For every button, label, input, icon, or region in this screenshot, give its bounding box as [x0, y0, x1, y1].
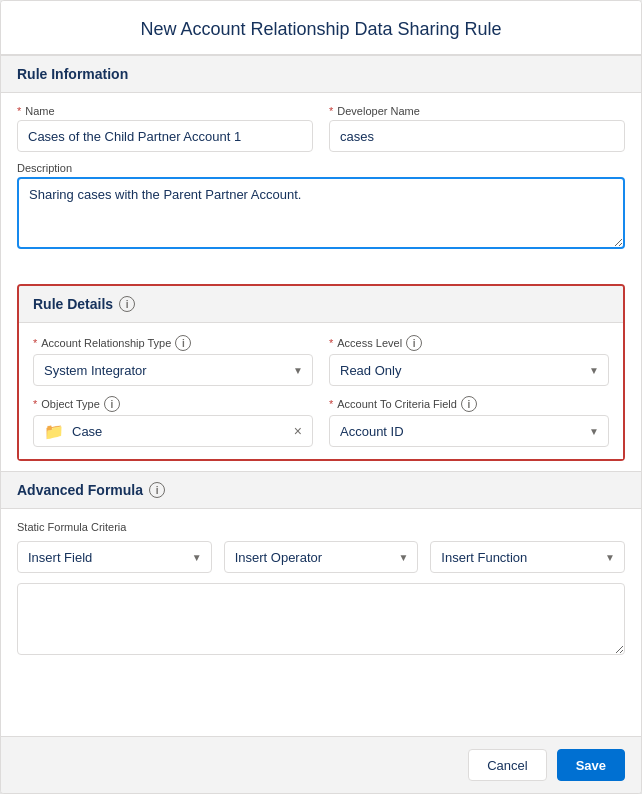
access-level-required: * — [329, 337, 333, 349]
rule-information-label: Rule Information — [17, 66, 128, 82]
object-folder-icon: 📁 — [44, 422, 64, 441]
account-criteria-label-text: Account To Criteria Field — [337, 398, 457, 410]
account-criteria-required: * — [329, 398, 333, 410]
access-level-col: * Access Level i Read Only Read/Write ▼ — [329, 335, 609, 386]
modal-dialog: New Account Relationship Data Sharing Ru… — [0, 0, 642, 794]
advanced-formula-section: Advanced Formula i Static Formula Criter… — [1, 471, 641, 670]
name-field-col: * Name — [17, 105, 313, 162]
account-relationship-col: * Account Relationship Type i System Int… — [33, 335, 313, 386]
name-required-star: * — [17, 105, 21, 117]
modal-footer: Cancel Save — [1, 736, 641, 793]
access-level-label: * Access Level i — [329, 335, 609, 351]
insert-field-select[interactable]: Insert Field — [17, 541, 212, 573]
advanced-formula-body: Static Formula Criteria Insert Field ▼ I… — [1, 509, 641, 670]
description-label: Description — [17, 162, 625, 174]
object-type-info-icon: i — [104, 396, 120, 412]
save-button[interactable]: Save — [557, 749, 625, 781]
account-relationship-required: * — [33, 337, 37, 349]
rule-details-header: Rule Details i — [19, 286, 623, 323]
account-criteria-select-wrapper: Account ID Parent Account ID ▼ — [329, 415, 609, 447]
developer-name-field-group — [329, 120, 625, 152]
formula-textarea[interactable] — [17, 583, 625, 655]
account-relationship-select[interactable]: System Integrator Channel Partner Consul… — [33, 354, 313, 386]
rule-details-label: Rule Details — [33, 296, 113, 312]
object-criteria-row: * Object Type i 📁 Case × * — [33, 396, 609, 447]
formula-dropdowns-row: Insert Field ▼ Insert Operator ▼ Insert … — [17, 541, 625, 573]
modal-title: New Account Relationship Data Sharing Ru… — [1, 1, 641, 55]
account-criteria-info-icon: i — [461, 396, 477, 412]
access-level-select-wrapper: Read Only Read/Write ▼ — [329, 354, 609, 386]
static-formula-label: Static Formula Criteria — [17, 521, 625, 533]
account-relationship-label-text: Account Relationship Type — [41, 337, 171, 349]
rule-details-wrapper: Rule Details i * Account Relationship Ty… — [17, 284, 625, 461]
rule-details-body: * Account Relationship Type i System Int… — [19, 323, 623, 459]
modal-body: Rule Information * Name — [1, 55, 641, 736]
developer-name-field-col: * Developer Name — [329, 105, 625, 162]
insert-operator-select-wrapper: Insert Operator ▼ — [224, 541, 419, 573]
name-field-group — [17, 120, 313, 152]
description-field-group: Description — [17, 162, 625, 252]
object-type-label-text: Object Type — [41, 398, 100, 410]
advanced-formula-info-icon: i — [149, 482, 165, 498]
access-level-label-text: Access Level — [337, 337, 402, 349]
object-type-label: * Object Type i — [33, 396, 313, 412]
access-level-info-icon: i — [406, 335, 422, 351]
insert-function-select[interactable]: Insert Function — [430, 541, 625, 573]
name-field-label: * Name — [17, 105, 313, 117]
account-criteria-select[interactable]: Account ID Parent Account ID — [329, 415, 609, 447]
name-label-text: Name — [25, 105, 54, 117]
cancel-button[interactable]: Cancel — [468, 749, 546, 781]
object-type-col: * Object Type i 📁 Case × — [33, 396, 313, 447]
access-level-select[interactable]: Read Only Read/Write — [329, 354, 609, 386]
description-textarea[interactable] — [17, 177, 625, 249]
relationship-access-row: * Account Relationship Type i System Int… — [33, 335, 609, 386]
insert-function-select-wrapper: Insert Function ▼ — [430, 541, 625, 573]
name-input[interactable] — [17, 120, 313, 152]
account-relationship-select-wrapper: System Integrator Channel Partner Consul… — [33, 354, 313, 386]
account-relationship-label: * Account Relationship Type i — [33, 335, 313, 351]
rule-information-section: Rule Information * Name — [1, 55, 641, 274]
developer-name-label-text: Developer Name — [337, 105, 420, 117]
account-criteria-label: * Account To Criteria Field i — [329, 396, 609, 412]
rule-information-header: Rule Information — [1, 55, 641, 93]
object-type-value: Case — [72, 424, 286, 439]
account-criteria-col: * Account To Criteria Field i Account ID… — [329, 396, 609, 447]
name-developer-row: * Name * Developer Name — [17, 105, 625, 162]
object-clear-button[interactable]: × — [294, 423, 302, 439]
developer-name-input[interactable] — [329, 120, 625, 152]
developer-name-field-label: * Developer Name — [329, 105, 625, 117]
rule-details-info-icon: i — [119, 296, 135, 312]
advanced-formula-label: Advanced Formula — [17, 482, 143, 498]
object-type-required: * — [33, 398, 37, 410]
object-type-input-box[interactable]: 📁 Case × — [33, 415, 313, 447]
insert-field-select-wrapper: Insert Field ▼ — [17, 541, 212, 573]
rule-information-body: * Name * Developer Name — [1, 93, 641, 274]
account-relationship-info-icon: i — [175, 335, 191, 351]
developer-name-required-star: * — [329, 105, 333, 117]
insert-operator-select[interactable]: Insert Operator — [224, 541, 419, 573]
advanced-formula-header: Advanced Formula i — [1, 471, 641, 509]
